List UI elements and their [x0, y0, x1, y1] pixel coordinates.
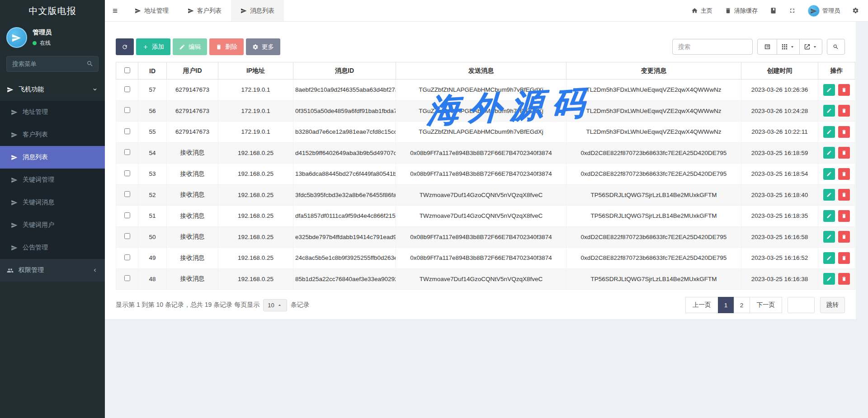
row-delete-button[interactable] [838, 252, 850, 264]
tab-customer-list[interactable]: 客户列表 [178, 0, 231, 21]
clear-cache-link[interactable]: 清除缓存 [725, 7, 758, 15]
avatar [808, 5, 820, 17]
caret-down-icon [812, 44, 818, 50]
row-edit-button[interactable] [823, 84, 835, 96]
hamburger-icon[interactable]: ≡ [105, 0, 125, 21]
add-button[interactable]: 添加 [136, 38, 170, 55]
search-button[interactable] [827, 39, 845, 55]
telegram-icon [810, 8, 817, 14]
table-row[interactable]: 56 6279147673 172.19.0.1 0f35105a50de485… [116, 100, 855, 122]
table-row[interactable]: 49 接收消息 192.168.0.25 24c8ac5b5e1c8b9f392… [116, 248, 855, 269]
row-delete-button[interactable] [838, 168, 850, 180]
row-delete-button[interactable] [838, 84, 850, 96]
sidebar-item-announcement-management[interactable]: 公告管理 [0, 236, 105, 259]
home-link[interactable]: 主页 [691, 7, 712, 15]
cell-created-time: 2023-03-26 10:26:36 [741, 80, 818, 101]
row-checkbox[interactable] [124, 212, 130, 218]
table-row[interactable]: 52 接收消息 192.168.0.25 3fdc5b395fcbd3e32a8… [116, 184, 855, 206]
tab-address-management[interactable]: 地址管理 [125, 0, 178, 21]
detail-view-button[interactable] [757, 39, 777, 55]
settings-menu[interactable] [852, 7, 859, 14]
row-edit-button[interactable] [823, 168, 835, 180]
page-button-1[interactable]: 1 [718, 297, 734, 313]
fullscreen-toggle[interactable] [789, 7, 796, 14]
messages-table: ID 用户ID IP地址 消息ID 发送消息 变更消息 创建时间 操作 57 6… [116, 62, 855, 290]
jump-button[interactable]: 跳转 [820, 297, 845, 313]
row-delete-button[interactable] [838, 189, 850, 201]
row-edit-button[interactable] [823, 273, 835, 285]
cell-message-id: 85b1d25a22cc76840aef3e33ea902923 [293, 268, 396, 290]
page-button-2[interactable]: 2 [734, 297, 750, 313]
table-row[interactable]: 50 接收消息 192.168.0.25 e325bde797b4ffdabb1… [116, 226, 855, 248]
more-button[interactable]: 更多 [246, 38, 280, 55]
row-checkbox[interactable] [124, 254, 130, 260]
edit-button[interactable]: 编辑 [173, 38, 207, 55]
row-delete-button[interactable] [838, 210, 850, 222]
row-delete-button[interactable] [838, 147, 850, 159]
sidebar-item-permission-management[interactable]: 权限管理 [0, 259, 105, 282]
cell-send-message: 0x08b9Ff7a117e894B3b8B72F66E7B4702340f38… [396, 142, 566, 164]
row-delete-button[interactable] [838, 105, 850, 117]
row-edit-button[interactable] [823, 105, 835, 117]
cell-user-id: 接收消息 [167, 142, 218, 164]
row-checkbox[interactable] [124, 107, 130, 113]
refresh-button[interactable] [116, 38, 134, 55]
language-toggle[interactable] [770, 7, 777, 14]
row-edit-button[interactable] [823, 126, 835, 138]
sidebar-item-customer-list[interactable]: 客户列表 [0, 123, 105, 146]
table-row[interactable]: 55 6279147673 172.19.0.1 b3280ad7e6ce12a… [116, 122, 855, 143]
row-edit-button[interactable] [823, 231, 835, 243]
tab-message-list[interactable]: 消息列表 [231, 0, 284, 21]
row-checkbox[interactable] [124, 233, 130, 239]
jump-page-input[interactable] [788, 297, 815, 313]
cell-ip-address: 192.168.0.25 [218, 268, 293, 290]
select-all-checkbox[interactable] [124, 67, 130, 73]
row-edit-button[interactable] [823, 189, 835, 201]
table-row[interactable]: 51 接收消息 192.168.0.25 dfa51857df0111ca9f5… [116, 206, 855, 227]
table-row[interactable]: 54 接收消息 192.168.0.25 d4152b9ff6402649aba… [116, 142, 855, 164]
paper-plane-icon [11, 177, 18, 183]
row-checkbox[interactable] [124, 86, 130, 92]
fullscreen-icon [789, 7, 796, 14]
row-checkbox-cell [116, 184, 138, 206]
row-edit-button[interactable] [823, 252, 835, 264]
next-page-button[interactable]: 下一页 [750, 297, 783, 313]
sidebar-item-plane-functions[interactable]: 飞机功能 [0, 78, 105, 101]
page-size-dropdown[interactable]: 10 [263, 299, 287, 311]
home-icon [691, 7, 698, 14]
export-button[interactable] [799, 39, 822, 55]
row-delete-button[interactable] [838, 273, 850, 285]
row-checkbox[interactable] [124, 275, 130, 281]
row-edit-button[interactable] [823, 210, 835, 222]
menu-search-input[interactable] [6, 56, 99, 72]
table-row[interactable]: 53 接收消息 192.168.0.25 13ba6dca88445bd27c6… [116, 164, 855, 185]
table-search-input[interactable] [672, 39, 753, 55]
app-title: 中文版电报 [0, 0, 105, 22]
table-row[interactable]: 57 6279147673 172.19.0.1 8aebf29c10a9d2f… [116, 80, 855, 101]
row-delete-button[interactable] [838, 231, 850, 243]
cell-change-message: 0xdD2C8E822f870723b68633fc7E2EA25D420DE7… [566, 248, 741, 269]
row-checkbox[interactable] [124, 149, 130, 155]
table-row[interactable]: 48 接收消息 192.168.0.25 85b1d25a22cc76840ae… [116, 268, 855, 290]
columns-button[interactable] [777, 39, 800, 55]
row-checkbox[interactable] [124, 170, 130, 176]
sidebar-item-keyword-users[interactable]: 关键词用户 [0, 214, 105, 236]
sidebar-item-address-management[interactable]: 地址管理 [0, 101, 105, 123]
cell-change-message: 0xdD2C8E822f870723b68633fc7E2EA25D420DE7… [566, 164, 741, 185]
cell-send-message: TWzmoave7Duf14GzoCQNtV5nVQzqX8fveC [396, 268, 566, 290]
delete-button[interactable]: 删除 [209, 38, 244, 55]
cell-created-time: 2023-03-26 10:22:11 [741, 122, 818, 143]
cell-ip-address: 172.19.0.1 [218, 80, 293, 101]
sidebar-item-keyword-management[interactable]: 关键词管理 [0, 169, 105, 191]
row-edit-button[interactable] [823, 147, 835, 159]
row-checkbox[interactable] [124, 128, 130, 134]
pencil-icon [826, 276, 832, 282]
admin-menu[interactable]: 管理员 [808, 5, 840, 17]
sidebar-item-keyword-messages[interactable]: 关键词消息 [0, 191, 105, 214]
row-delete-button[interactable] [838, 126, 850, 138]
trash-icon [841, 192, 847, 197]
user-panel: 管理员 在线 [0, 22, 105, 52]
row-checkbox[interactable] [124, 191, 130, 197]
sidebar-item-message-list[interactable]: 消息列表 [0, 146, 105, 169]
prev-page-button[interactable]: 上一页 [685, 297, 718, 313]
